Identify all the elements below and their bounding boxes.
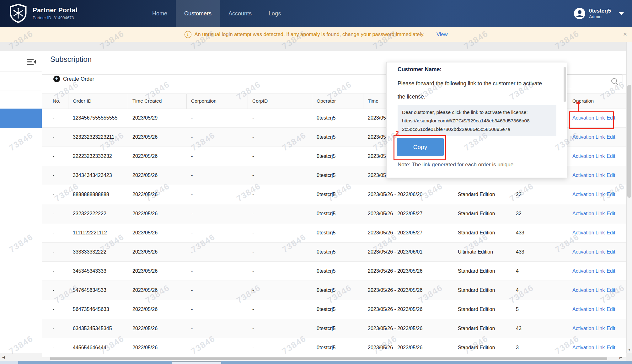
table-cell: -	[42, 109, 68, 127]
activation-link[interactable]: Activation Link	[572, 249, 605, 254]
activation-link[interactable]: Activation Link	[572, 134, 605, 140]
table-cell: -	[248, 243, 312, 261]
edit-link[interactable]: Edit	[607, 192, 615, 197]
table-cell: Standard Edition	[453, 281, 511, 300]
edit-link[interactable]: Edit	[607, 230, 615, 235]
table-cell: Standard Edition	[453, 185, 511, 204]
table-cell: 2023/05/26	[128, 223, 187, 242]
nav-item-accounts[interactable]: Accounts	[220, 0, 260, 27]
table-cell: 433	[511, 223, 568, 242]
activation-link[interactable]: Activation Link	[572, 211, 605, 216]
scroll-left-icon[interactable]: ◀	[2, 355, 5, 359]
table-cell: -	[187, 281, 248, 300]
vertical-scrollbar[interactable]: ▼	[626, 42, 632, 353]
table-cell: 2023/05/26 - 2023/06/01	[363, 243, 453, 261]
activation-link[interactable]: Activation Link	[572, 326, 605, 331]
shield-logo-icon	[9, 3, 28, 23]
popup-scrollbar-thumb[interactable]	[564, 67, 566, 102]
table-cell: -	[187, 300, 248, 319]
table-cell: -	[248, 281, 312, 300]
copy-button[interactable]: Copy	[397, 138, 444, 156]
activation-link[interactable]: Activation Link	[572, 192, 605, 197]
brand: Partner Portal Partner ID: 814994673	[9, 3, 78, 23]
table-cell: 2023/05/29	[128, 109, 187, 127]
activation-link[interactable]: Activation Link	[572, 268, 605, 274]
table-cell: 0testcrj5	[312, 204, 363, 223]
edit-link[interactable]: Edit	[607, 268, 615, 274]
operation-cell: Activation LinkEdit	[568, 319, 626, 338]
activation-link[interactable]: Activation Link	[572, 345, 605, 350]
table-cell: 0testcrj5	[312, 300, 363, 319]
activation-link[interactable]: Activation Link	[572, 173, 605, 178]
table-cell: 1111122221112	[68, 223, 128, 242]
create-order-button[interactable]: + Create Order	[53, 76, 94, 82]
table-cell: 0testcrj5	[312, 223, 363, 242]
operation-cell: Activation LinkEdit	[568, 128, 626, 147]
table-cell: Standard Edition	[453, 204, 511, 223]
nav-item-home[interactable]: Home	[144, 0, 176, 27]
nav-item-logs[interactable]: Logs	[260, 0, 289, 27]
edit-link[interactable]: Edit	[607, 153, 615, 159]
table-cell: -	[248, 300, 312, 319]
view-link[interactable]: View	[437, 31, 447, 37]
table-cell: 345345343333	[68, 262, 128, 281]
edit-link[interactable]: Edit	[607, 211, 615, 216]
table-cell: 32	[511, 204, 568, 223]
table-row: -3453453433332023/05/26--0testcrj52023/0…	[42, 262, 626, 281]
edit-link[interactable]: Edit	[607, 307, 615, 312]
edit-link[interactable]: Edit	[607, 326, 615, 331]
column-header: CorpID	[248, 94, 312, 109]
edit-link[interactable]: Edit	[607, 287, 615, 293]
table-cell: 0testcrj5	[312, 166, 363, 185]
sidebar-divider	[0, 90, 42, 90]
content-gap	[0, 42, 632, 51]
user-menu[interactable]: 0testcrj5 Admin	[574, 0, 624, 27]
column-header: No.	[42, 94, 68, 109]
table-row: -5476456345332023/05/26--0testcrj52023/0…	[42, 281, 626, 300]
table-cell: -	[42, 223, 68, 242]
table-cell: Standard Edition	[453, 319, 511, 338]
table-cell: 8888888888888	[68, 185, 128, 204]
banner-close-icon[interactable]: ×	[623, 31, 627, 37]
sidebar-collapse-icon[interactable]	[27, 58, 36, 67]
activation-link-box: Dear customer, please click the link to …	[398, 105, 556, 136]
create-order-label: Create Order	[63, 76, 94, 82]
table-row: -2323222222222023/05/26--0testcrj52023/0…	[42, 204, 626, 223]
edit-link[interactable]: Edit	[607, 249, 615, 254]
table-cell: -	[248, 185, 312, 204]
link-line: Dear customer, please click the link to …	[402, 108, 552, 116]
info-icon: i	[185, 31, 191, 38]
table-cell: 333333332222	[68, 243, 128, 261]
app-window: Partner Portal Partner ID: 814994673 Hom…	[0, 0, 632, 364]
column-header: Order ID	[68, 94, 128, 109]
table-cell: 0testcrj5	[312, 262, 363, 281]
table-cell: -	[248, 338, 312, 357]
banner-message: An unusual login attempt was detected. I…	[195, 31, 425, 37]
table-cell: 0testcrj5	[312, 281, 363, 300]
nav-item-customers[interactable]: Customers	[176, 0, 220, 27]
table-cell: 2023/05/26	[128, 319, 187, 338]
vertical-scrollbar-thumb[interactable]	[627, 85, 631, 198]
table-cell: 433	[511, 243, 568, 261]
table-cell: -	[248, 319, 312, 338]
table-cell: -	[42, 338, 68, 357]
table-cell: 2023/05/26 - 2023/05/26	[363, 338, 453, 357]
user-role: Admin	[589, 14, 611, 19]
operation-cell: Activation LinkEdit	[568, 338, 626, 357]
table-cell: -	[187, 338, 248, 357]
activation-link[interactable]: Activation Link	[572, 230, 605, 235]
table-cell: Standard Edition	[453, 262, 511, 281]
table-cell: -	[248, 262, 312, 281]
activation-link[interactable]: Activation Link	[572, 307, 605, 312]
table-cell: 22	[511, 185, 568, 204]
edit-link[interactable]: Edit	[607, 345, 615, 350]
activation-link[interactable]: Activation Link	[572, 287, 605, 293]
table-cell: 0testcrj5	[312, 185, 363, 204]
scroll-down-icon[interactable]: ▼	[628, 348, 631, 351]
edit-link[interactable]: Edit	[607, 173, 615, 178]
edit-link[interactable]: Edit	[607, 134, 615, 140]
sidebar-item-active[interactable]	[0, 109, 42, 128]
table-cell: 323232323223211	[68, 128, 128, 147]
search-icon[interactable]	[611, 78, 619, 86]
activation-link[interactable]: Activation Link	[572, 153, 605, 159]
